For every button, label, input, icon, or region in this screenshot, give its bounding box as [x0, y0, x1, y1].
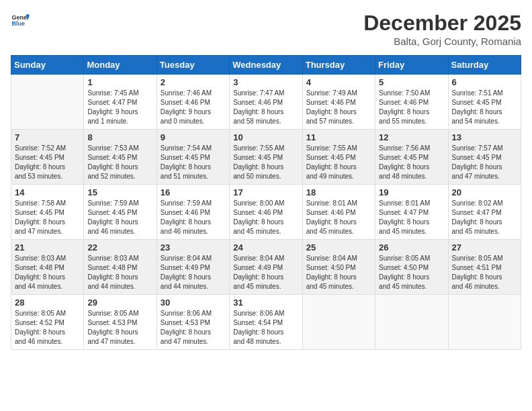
- calendar-cell: 4Sunrise: 7:49 AM Sunset: 4:46 PM Daylig…: [302, 75, 375, 130]
- month-title: December 2025: [363, 11, 521, 36]
- column-header-tuesday: Tuesday: [157, 56, 229, 75]
- day-info: Sunrise: 8:04 AM Sunset: 4:49 PM Dayligh…: [161, 254, 226, 291]
- day-number: 29: [87, 298, 152, 308]
- column-header-monday: Monday: [84, 56, 157, 75]
- day-number: 21: [15, 242, 80, 253]
- logo: General Blue: [11, 11, 30, 30]
- location-title: Balta, Gorj County, Romania: [363, 36, 521, 47]
- day-info: Sunrise: 7:50 AM Sunset: 4:46 PM Dayligh…: [379, 89, 444, 126]
- day-number: 12: [379, 132, 444, 142]
- calendar-row: 28Sunrise: 8:05 AM Sunset: 4:52 PM Dayli…: [11, 295, 521, 350]
- day-info: Sunrise: 8:05 AM Sunset: 4:53 PM Dayligh…: [87, 309, 152, 347]
- calendar-cell: [302, 295, 375, 350]
- calendar-cell: 18Sunrise: 8:01 AM Sunset: 4:46 PM Dayli…: [302, 185, 375, 240]
- calendar-header-row: SundayMondayTuesdayWednesdayThursdayFrid…: [11, 56, 521, 75]
- calendar-cell: 12Sunrise: 7:56 AM Sunset: 4:45 PM Dayli…: [375, 130, 448, 185]
- day-info: Sunrise: 8:06 AM Sunset: 4:53 PM Dayligh…: [161, 309, 226, 347]
- day-info: Sunrise: 7:53 AM Sunset: 4:45 PM Dayligh…: [87, 144, 152, 181]
- day-info: Sunrise: 8:05 AM Sunset: 4:50 PM Dayligh…: [379, 254, 444, 291]
- calendar-cell: 14Sunrise: 7:58 AM Sunset: 4:45 PM Dayli…: [11, 185, 84, 240]
- day-number: 19: [379, 187, 444, 197]
- day-info: Sunrise: 8:01 AM Sunset: 4:46 PM Dayligh…: [306, 199, 371, 236]
- day-info: Sunrise: 8:03 AM Sunset: 4:48 PM Dayligh…: [87, 254, 152, 291]
- day-number: 7: [15, 132, 80, 142]
- calendar-cell: 31Sunrise: 8:06 AM Sunset: 4:54 PM Dayli…: [230, 295, 302, 350]
- column-header-sunday: Sunday: [11, 56, 84, 75]
- calendar-cell: 26Sunrise: 8:05 AM Sunset: 4:50 PM Dayli…: [375, 240, 448, 295]
- calendar-row: 1Sunrise: 7:45 AM Sunset: 4:47 PM Daylig…: [11, 75, 521, 130]
- calendar-cell: 20Sunrise: 8:02 AM Sunset: 4:47 PM Dayli…: [448, 185, 521, 240]
- day-number: 23: [161, 242, 226, 253]
- day-number: 6: [452, 77, 517, 87]
- calendar-body: 1Sunrise: 7:45 AM Sunset: 4:47 PM Daylig…: [11, 75, 521, 350]
- calendar-cell: 15Sunrise: 7:59 AM Sunset: 4:45 PM Dayli…: [84, 185, 157, 240]
- day-info: Sunrise: 7:59 AM Sunset: 4:46 PM Dayligh…: [161, 199, 226, 236]
- calendar-cell: 30Sunrise: 8:06 AM Sunset: 4:53 PM Dayli…: [157, 295, 229, 350]
- day-info: Sunrise: 7:58 AM Sunset: 4:45 PM Dayligh…: [15, 199, 80, 236]
- day-number: 27: [452, 242, 517, 253]
- day-info: Sunrise: 7:47 AM Sunset: 4:46 PM Dayligh…: [233, 89, 298, 126]
- column-header-friday: Friday: [375, 56, 448, 75]
- calendar-cell: 8Sunrise: 7:53 AM Sunset: 4:45 PM Daylig…: [84, 130, 157, 185]
- day-number: 25: [306, 242, 371, 253]
- day-number: 18: [306, 187, 371, 197]
- calendar-cell: 29Sunrise: 8:05 AM Sunset: 4:53 PM Dayli…: [84, 295, 157, 350]
- day-info: Sunrise: 7:55 AM Sunset: 4:45 PM Dayligh…: [306, 144, 371, 181]
- day-info: Sunrise: 7:56 AM Sunset: 4:45 PM Dayligh…: [379, 144, 444, 181]
- day-number: 10: [233, 132, 298, 142]
- calendar-row: 21Sunrise: 8:03 AM Sunset: 4:48 PM Dayli…: [11, 240, 521, 295]
- day-info: Sunrise: 8:02 AM Sunset: 4:47 PM Dayligh…: [452, 199, 517, 236]
- calendar-cell: 24Sunrise: 8:04 AM Sunset: 4:49 PM Dayli…: [230, 240, 302, 295]
- day-number: 11: [306, 132, 371, 142]
- day-number: 15: [87, 187, 152, 197]
- calendar-cell: [11, 75, 84, 130]
- calendar-cell: 23Sunrise: 8:04 AM Sunset: 4:49 PM Dayli…: [157, 240, 229, 295]
- day-number: 22: [87, 242, 152, 253]
- calendar-cell: 19Sunrise: 8:01 AM Sunset: 4:47 PM Dayli…: [375, 185, 448, 240]
- calendar-cell: 11Sunrise: 7:55 AM Sunset: 4:45 PM Dayli…: [302, 130, 375, 185]
- title-area: December 2025 Balta, Gorj County, Romani…: [363, 11, 521, 47]
- day-info: Sunrise: 7:52 AM Sunset: 4:45 PM Dayligh…: [15, 144, 80, 181]
- day-info: Sunrise: 7:49 AM Sunset: 4:46 PM Dayligh…: [306, 89, 371, 126]
- calendar-cell: 6Sunrise: 7:51 AM Sunset: 4:45 PM Daylig…: [448, 75, 521, 130]
- calendar-cell: 27Sunrise: 8:05 AM Sunset: 4:51 PM Dayli…: [448, 240, 521, 295]
- day-info: Sunrise: 7:57 AM Sunset: 4:45 PM Dayligh…: [452, 144, 517, 181]
- day-number: 24: [233, 242, 298, 253]
- day-info: Sunrise: 7:51 AM Sunset: 4:45 PM Dayligh…: [452, 89, 517, 126]
- calendar-cell: 16Sunrise: 7:59 AM Sunset: 4:46 PM Dayli…: [157, 185, 229, 240]
- day-number: 17: [233, 187, 298, 197]
- day-info: Sunrise: 7:45 AM Sunset: 4:47 PM Dayligh…: [87, 89, 152, 126]
- day-number: 1: [87, 77, 152, 87]
- day-info: Sunrise: 7:59 AM Sunset: 4:45 PM Dayligh…: [87, 199, 152, 236]
- column-header-saturday: Saturday: [448, 56, 521, 75]
- calendar-cell: 25Sunrise: 8:04 AM Sunset: 4:50 PM Dayli…: [302, 240, 375, 295]
- calendar-cell: 2Sunrise: 7:46 AM Sunset: 4:46 PM Daylig…: [157, 75, 229, 130]
- day-info: Sunrise: 7:54 AM Sunset: 4:45 PM Dayligh…: [161, 144, 226, 181]
- calendar-cell: 3Sunrise: 7:47 AM Sunset: 4:46 PM Daylig…: [230, 75, 302, 130]
- day-number: 31: [233, 298, 298, 308]
- day-number: 20: [452, 187, 517, 197]
- day-info: Sunrise: 8:05 AM Sunset: 4:52 PM Dayligh…: [15, 309, 80, 347]
- day-info: Sunrise: 8:05 AM Sunset: 4:51 PM Dayligh…: [452, 254, 517, 291]
- calendar-cell: 5Sunrise: 7:50 AM Sunset: 4:46 PM Daylig…: [375, 75, 448, 130]
- day-number: 26: [379, 242, 444, 253]
- day-info: Sunrise: 8:06 AM Sunset: 4:54 PM Dayligh…: [233, 309, 298, 347]
- calendar-cell: 28Sunrise: 8:05 AM Sunset: 4:52 PM Dayli…: [11, 295, 84, 350]
- day-info: Sunrise: 7:46 AM Sunset: 4:46 PM Dayligh…: [161, 89, 226, 126]
- day-info: Sunrise: 8:03 AM Sunset: 4:48 PM Dayligh…: [15, 254, 80, 291]
- svg-text:Blue: Blue: [11, 20, 25, 27]
- calendar-table: SundayMondayTuesdayWednesdayThursdayFrid…: [11, 55, 521, 350]
- day-number: 8: [87, 132, 152, 142]
- column-header-wednesday: Wednesday: [230, 56, 302, 75]
- calendar-cell: [448, 295, 521, 350]
- day-info: Sunrise: 8:01 AM Sunset: 4:47 PM Dayligh…: [379, 199, 444, 236]
- day-number: 13: [452, 132, 517, 142]
- page-header: General Blue December 2025 Balta, Gorj C…: [11, 11, 521, 47]
- calendar-cell: [375, 295, 448, 350]
- calendar-cell: 7Sunrise: 7:52 AM Sunset: 4:45 PM Daylig…: [11, 130, 84, 185]
- day-number: 28: [15, 298, 80, 308]
- day-info: Sunrise: 8:00 AM Sunset: 4:46 PM Dayligh…: [233, 199, 298, 236]
- day-number: 9: [161, 132, 226, 142]
- day-number: 2: [161, 77, 226, 87]
- calendar-row: 7Sunrise: 7:52 AM Sunset: 4:45 PM Daylig…: [11, 130, 521, 185]
